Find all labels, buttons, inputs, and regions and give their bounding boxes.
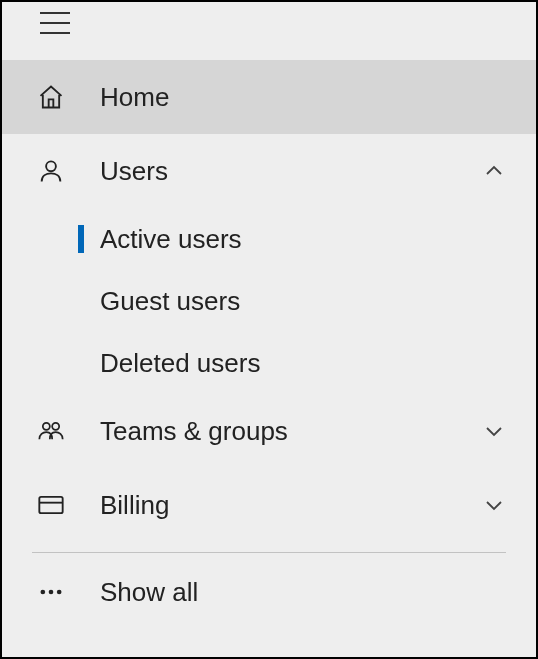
person-icon bbox=[36, 156, 66, 186]
sub-label-deleted-users: Deleted users bbox=[78, 348, 260, 379]
svg-point-1 bbox=[43, 423, 50, 430]
selection-indicator bbox=[78, 225, 84, 253]
nav-item-billing[interactable]: Billing bbox=[2, 468, 536, 542]
nav-label-show-all: Show all bbox=[100, 577, 506, 608]
home-icon bbox=[36, 82, 66, 112]
sub-item-active-users[interactable]: Active users bbox=[2, 208, 536, 270]
nav-item-home[interactable]: Home bbox=[2, 60, 536, 134]
chevron-down-icon bbox=[482, 493, 506, 517]
nav-label-teams-groups: Teams & groups bbox=[100, 416, 482, 447]
sub-label-guest-users: Guest users bbox=[78, 286, 240, 317]
admin-nav-panel: Home Users Active users Guest users Dele… bbox=[0, 0, 538, 659]
nav-label-users: Users bbox=[100, 156, 482, 187]
svg-point-6 bbox=[49, 590, 54, 595]
credit-card-icon bbox=[36, 490, 66, 520]
svg-point-2 bbox=[52, 423, 59, 430]
more-horizontal-icon bbox=[36, 577, 66, 607]
nav-label-billing: Billing bbox=[100, 490, 482, 521]
svg-point-5 bbox=[41, 590, 46, 595]
divider bbox=[32, 552, 506, 553]
hamburger-menu-button[interactable] bbox=[40, 12, 70, 34]
svg-rect-3 bbox=[39, 497, 62, 513]
chevron-up-icon bbox=[482, 159, 506, 183]
svg-point-7 bbox=[57, 590, 62, 595]
sub-item-deleted-users[interactable]: Deleted users bbox=[2, 332, 536, 394]
nav-item-teams-groups[interactable]: Teams & groups bbox=[2, 394, 536, 468]
nav-item-users[interactable]: Users bbox=[2, 134, 536, 208]
nav-item-show-all[interactable]: Show all bbox=[2, 555, 536, 629]
people-team-icon bbox=[36, 416, 66, 446]
nav-label-home: Home bbox=[100, 82, 506, 113]
sub-label-active-users: Active users bbox=[78, 224, 242, 255]
chevron-down-icon bbox=[482, 419, 506, 443]
svg-point-0 bbox=[46, 161, 56, 171]
sub-item-guest-users[interactable]: Guest users bbox=[2, 270, 536, 332]
